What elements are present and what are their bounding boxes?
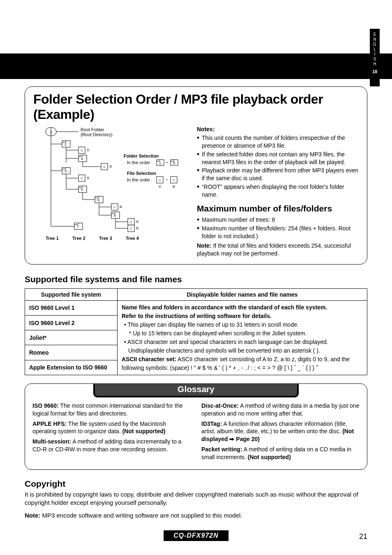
header-black-bar [0,53,392,79]
fs-table: Supported file system Displayable folder… [25,288,367,375]
fs-row: Joliet* [25,330,118,345]
svg-text:Tree 3: Tree 3 [99,236,112,241]
svg-text:⑥: ⑥ [172,185,175,189]
svg-text:⑤: ⑤ [136,220,139,224]
fs-row: ISO 9660 Level 2 [25,316,118,330]
max-note: Note: If the total of files and folders … [197,242,359,258]
svg-text:♫: ♫ [158,178,161,182]
svg-text:③: ③ [109,165,112,169]
fs-row: Romeo [25,345,118,360]
svg-text:1: 1 [50,130,52,134]
fs-desc: Name files and folders in accordance wit… [118,300,367,375]
svg-text:~: ~ [166,177,168,182]
svg-text:②: ② [86,176,90,180]
fs-desc-line: This player can display file names of up… [128,321,299,328]
notes-heading: Notes: [197,125,359,133]
fs-th1: Supported file system [25,288,118,300]
glossary-extra: (Not supported) [248,454,291,460]
fs-row: ISO 9660 Level 1 [25,300,118,315]
svg-text:♫: ♫ [113,205,116,209]
glossary-def: A function that allows character informa… [201,420,347,435]
svg-text:~: ~ [166,160,168,165]
svg-text:①: ① [158,185,161,189]
svg-text:1: 1 [159,161,161,165]
svg-text:7: 7 [77,225,79,229]
fs-desc-line: Undisplayable characters and symbols wil… [122,347,320,354]
svg-text:♫: ♫ [172,178,175,182]
svg-text:♫: ♫ [80,176,83,180]
max-item: Maximum number of trees: 8 [197,216,359,224]
copyright-note: Note: MP3 encode software and writing so… [25,511,367,520]
section-number: 18 [370,69,380,74]
notes-column: Notes: This unit counts the number of fo… [197,125,359,258]
svg-text:④: ④ [119,205,122,209]
fs-desc-line: ASCII character set: [122,356,176,362]
fs-desc-line: * Up to 15 letters can be displayed when… [122,330,307,337]
folder-selection-card: Folder Selection Order / MP3 file playba… [25,86,367,265]
svg-text:5: 5 [81,188,83,192]
glossary-right: Disc-at-Once: A method of writing data i… [201,402,360,464]
fs-desc-line: Name files and folders in accordance wit… [122,304,327,311]
svg-text:Tree 4: Tree 4 [126,236,139,241]
glossary-term: ISO 9660: [32,402,59,409]
fs-desc-line: Refer to the instructions of writing sof… [122,313,272,319]
max-heading: Maximum number of files/folders [197,203,359,214]
fs-th2: Displayable folder names and file names [118,288,367,300]
glossary-term: Disc-at-Once: [201,402,239,409]
glossary-left: ISO 9660: The most common international … [32,402,191,464]
notes-list: This unit counts the number of folders i… [197,134,359,199]
fs-heading: Supported file systems and file names [25,274,367,284]
svg-text:Folder Selection: Folder Selection [124,153,159,158]
copyright-note-text: MP3 encode software and writing software… [40,512,242,519]
svg-text:⑥: ⑥ [136,226,139,230]
glossary-term: Multi-session: [32,438,71,445]
svg-text:4: 4 [81,157,83,161]
max-note-label: Note: [197,242,212,249]
svg-text:6: 6 [97,198,99,202]
glossary-term: Packet writing: [201,446,242,453]
svg-text:①: ① [86,148,90,152]
tree-diagram: .bx{fill:#fff;stroke:#000;stroke-width:1… [33,125,189,258]
fs-desc-line: ASCII character set and special characte… [127,339,328,345]
glossary-term: APPLE HFS: [32,420,67,427]
max-item: Maximum number of files/folders: 254 (fi… [197,225,359,240]
svg-text:8: 8 [173,161,175,165]
max-list: Maximum number of trees: 8 Maximum numbe… [197,216,359,240]
svg-text:♫: ♫ [80,148,83,152]
svg-text:2: 2 [65,142,67,146]
language-tab: ENGLISH 18 [370,29,380,86]
root-sublabel: (Root Directory) [81,132,113,137]
fs-row: Apple Extension to ISO 9660 [25,360,118,375]
glossary-term: ID3Tag: [201,420,222,427]
note-item: If the selected folder does not contain … [197,151,359,166]
svg-text:Tree 1: Tree 1 [46,236,59,241]
svg-text:File Selection: File Selection [127,171,156,176]
note-item: Playback order may be different from oth… [197,167,359,182]
section-title: Folder Selection Order / MP3 file playba… [33,92,359,122]
svg-text:♫: ♫ [129,226,132,230]
svg-text:Tree 2: Tree 2 [72,236,85,241]
glossary-extra: (Not supported) [122,428,166,434]
svg-text:8: 8 [114,214,116,218]
note-item: This unit counts the number of folders i… [197,134,359,150]
svg-text:In the order: In the order [127,160,150,165]
svg-text:3: 3 [65,169,67,173]
copyright-heading: Copyright [25,479,367,489]
model-badge: CQ-DFX972N [164,530,228,541]
max-note-text: If the total of files and folders exceed… [197,242,351,257]
note-item: “ROOT” appears when displaying the root … [197,183,359,199]
glossary-card: Glossary ISO 9660: The most common inter… [25,383,367,470]
copyright-body: It is prohibited by copyright laws to co… [25,490,367,507]
root-label: Root Folder [81,127,104,132]
glossary-title: Glossary [93,383,298,397]
copyright-note-label: Note: [25,512,40,519]
svg-text:♫: ♫ [103,165,106,169]
svg-text:In the order: In the order [127,177,150,182]
page-number: 21 [359,532,367,541]
svg-text:♫: ♫ [129,220,132,224]
